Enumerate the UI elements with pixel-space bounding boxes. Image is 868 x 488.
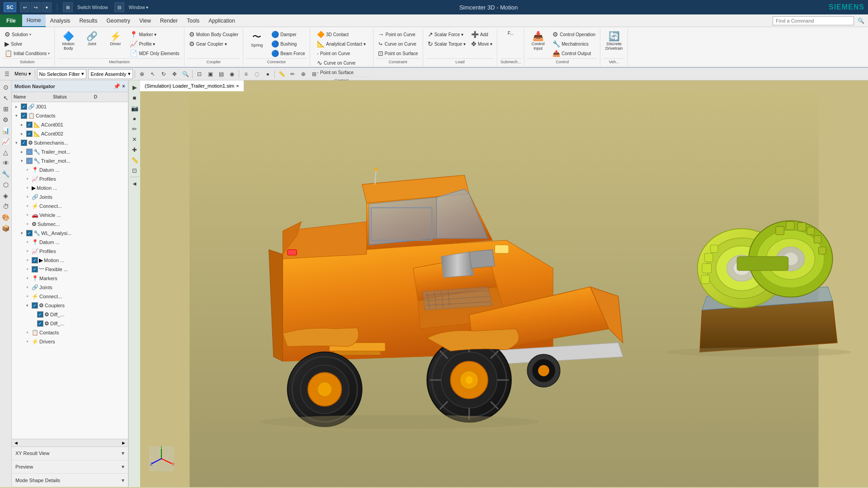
acont001-expand[interactable]: ▸ — [21, 122, 26, 127]
control-output-btn[interactable]: 📤 Control Output — [551, 49, 597, 58]
damper-btn[interactable]: 🔵 Damper — [269, 30, 307, 39]
motion-body-btn[interactable]: 🔷 MotionBody — [57, 30, 79, 52]
trailer1-check[interactable]: - — [26, 149, 33, 155]
tb-hide[interactable]: ◌ — [252, 69, 262, 79]
rt-measure[interactable]: 📏 — [130, 155, 140, 165]
acont001-check[interactable]: ✓ — [26, 122, 33, 128]
tree-item-motion1[interactable]: + ▶ Motion ... — [12, 183, 128, 192]
datum1-expand[interactable]: + — [26, 168, 32, 172]
file-menu[interactable]: File — [0, 14, 22, 27]
tb-show[interactable]: ● — [263, 69, 273, 79]
discrete-drivetrain-btn[interactable]: 🔄 DiscreteDrivetrain — [603, 30, 625, 52]
sidebar-layers-icon[interactable]: ⬡ — [1, 180, 11, 190]
toolbar-menu-btn[interactable]: ☰ — [2, 69, 12, 79]
profile-btn[interactable]: 📈 Profile ▾ — [128, 39, 181, 48]
tb-csys[interactable]: ⊞ — [309, 69, 319, 79]
point-on-surface-btn[interactable]: · Point on Surface — [315, 68, 368, 77]
beam-force-btn[interactable]: 🔵 Beam Force — [269, 49, 307, 58]
control-operation-btn[interactable]: ⚙ Control Operation — [551, 30, 597, 39]
sidebar-resource-icon[interactable]: 📦 — [1, 223, 11, 233]
diff2-check[interactable]: ✓ — [37, 320, 43, 327]
menu-results[interactable]: Results — [75, 14, 102, 27]
sidebar-geometry-icon[interactable]: △ — [1, 147, 11, 157]
mechatronics-btn[interactable]: 🔧 Mechatronics — [551, 39, 597, 48]
rt-edit[interactable]: ✏ — [130, 124, 140, 134]
sidebar-color-icon[interactable]: 🎨 — [1, 212, 11, 222]
tree-item-connect2[interactable]: + ⚡ Connect... — [12, 292, 128, 301]
sidebar-home-icon[interactable]: ⊙ — [1, 82, 11, 92]
joint-btn[interactable]: 🔗 Joint — [81, 30, 103, 47]
xy-result-view-panel[interactable]: XY Result View ▾ — [12, 447, 128, 460]
rt-close[interactable]: ✕ — [130, 134, 140, 144]
constraint-pos-btn[interactable]: ⊡ Point on Surface — [376, 49, 420, 58]
acont002-check[interactable]: ✓ — [26, 131, 33, 137]
tb-view-top[interactable]: ▤ — [216, 69, 226, 79]
3d-contact-btn[interactable]: 🔶 3D Contact — [315, 30, 368, 39]
bushing-btn[interactable]: 🔵 Bushing — [269, 39, 307, 48]
mode-shape-panel[interactable]: Mode Shape Details ▾ — [12, 474, 128, 487]
tb-pan[interactable]: ✥ — [170, 69, 179, 79]
tree-item-contacts[interactable]: ▾ ✓ 📋 Contacts — [12, 111, 128, 120]
selection-filter-dropdown[interactable]: No Selection Filter ▾ — [37, 69, 87, 79]
analytical-contact-btn[interactable]: 📐 Analytical Contact ▾ — [315, 39, 368, 48]
flexible-check[interactable]: ✓ — [32, 266, 38, 272]
assembly-filter-dropdown[interactable]: Entire Assembly ▾ — [88, 69, 133, 79]
j001-check[interactable]: ✓ — [21, 103, 27, 110]
menu-view[interactable]: View — [135, 14, 156, 27]
rt-arrow-down[interactable]: ◄ — [130, 178, 140, 188]
point-on-curve-btn[interactable]: · Point on Curve — [315, 49, 368, 58]
rt-add[interactable]: ✚ — [130, 145, 140, 155]
tree-item-acont002[interactable]: ▸ ✓ 📐 ACont002 — [12, 129, 128, 138]
solution-btn[interactable]: ⚙ Solution ▾ — [3, 30, 52, 39]
find-command-input[interactable] — [773, 16, 854, 25]
tree-item-profiles2[interactable]: + 📈 Profiles — [12, 247, 128, 256]
tree-item-wl[interactable]: ▾ ✓ 🔧 WL_Analysi... — [12, 229, 128, 238]
tree-item-markers[interactable]: + 📍 Markers — [12, 274, 128, 283]
sidebar-view-icon[interactable]: 👁 — [1, 158, 11, 168]
tree-item-flexible[interactable]: + ✓ 〰 Flexible ... — [12, 265, 128, 274]
tb-annotate[interactable]: ✏ — [288, 69, 297, 79]
trailer1-expand[interactable]: ▸ — [21, 150, 26, 154]
initial-conditions-btn[interactable]: 📋 Initial Conditions ▾ — [3, 49, 52, 58]
menu-geometry[interactable]: Geometry — [102, 14, 135, 27]
constraint-poc-btn[interactable]: → Point on Curve — [376, 30, 420, 39]
tree-item-couplers[interactable]: ▾ ✓ ⚙ Couplers — [12, 301, 128, 310]
submec1-expand[interactable]: + — [26, 222, 32, 226]
tree-item-submechanis[interactable]: ▾ ✓ ⚙ Submechanis... — [12, 138, 128, 147]
sidebar-tools-icon[interactable]: 🔧 — [1, 169, 11, 179]
sidebar-app-icon[interactable]: ◈ — [1, 191, 11, 201]
window-button[interactable]: ⊟ — [114, 2, 124, 12]
viewport[interactable]: (Simulation) Loader_Trailer_motion1.sim … — [140, 80, 868, 487]
sidebar-assembly-icon[interactable]: ⊞ — [1, 104, 11, 114]
menu-tools[interactable]: Tools — [182, 14, 204, 27]
motion-body-coupler-btn[interactable]: ⚙ Motion Body Coupler — [187, 30, 240, 39]
navigator-pin-btn[interactable]: 📌 — [113, 83, 120, 89]
submech-btn[interactable]: F... — [506, 30, 515, 37]
joints2-expand[interactable]: + — [26, 285, 32, 290]
tree-item-drivers[interactable]: + ⚡ Drivers — [12, 337, 128, 346]
find-command-icon[interactable]: 🔍 — [858, 18, 864, 24]
tree-item-datum1[interactable]: + 📍 Datum ... — [12, 165, 128, 174]
submechanis-expand[interactable]: ▾ — [15, 141, 21, 145]
contacts-expand[interactable]: ▾ — [15, 113, 21, 118]
tb-snap[interactable]: ⊕ — [137, 69, 147, 79]
control-input-btn[interactable]: 📥 ControlInput — [527, 30, 549, 52]
trailer2-check[interactable]: - — [26, 158, 33, 164]
add-btn[interactable]: ➕ Add — [469, 30, 494, 39]
sidebar-select-icon[interactable]: ↖ — [1, 93, 11, 103]
viewport-tab-sim[interactable]: (Simulation) Loader_Trailer_motion1.sim … — [140, 80, 244, 91]
tree-item-trailer1[interactable]: ▸ - 🔧 Trailer_mot... — [12, 147, 128, 156]
tb-view-front[interactable]: ▣ — [205, 69, 215, 79]
tree-item-joints2[interactable]: + 🔗 Joints — [12, 283, 128, 292]
contacts2-expand[interactable]: + — [26, 330, 32, 335]
rt-record[interactable]: ● — [130, 113, 140, 123]
connect2-expand[interactable]: + — [26, 294, 32, 299]
sidebar-motion-icon[interactable]: ⚙ — [1, 115, 11, 125]
motion1-expand[interactable]: + — [26, 186, 32, 190]
rt-layout[interactable]: ⊡ — [130, 165, 140, 175]
wl-expand[interactable]: ▾ — [21, 231, 26, 235]
diff1-check[interactable]: ✓ — [37, 311, 43, 318]
flexible-expand[interactable]: + — [26, 267, 32, 272]
mdf-btn[interactable]: 📄 MDF Only Elements — [128, 49, 181, 58]
tree-item-motion2[interactable]: + ✓ ▶ Motion ... — [12, 256, 128, 265]
